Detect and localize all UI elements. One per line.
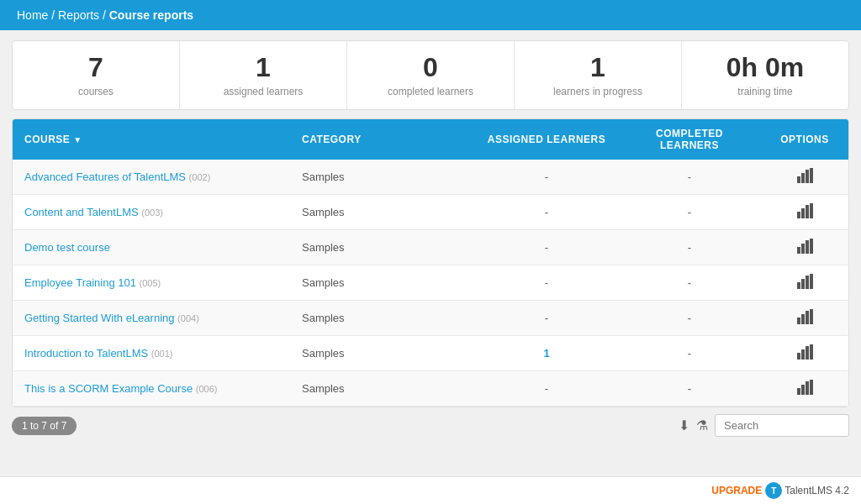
- stat-completed: 0 completed learners: [347, 41, 515, 109]
- course-category: Samples: [290, 197, 475, 227]
- stat-courses: 7 courses: [13, 41, 180, 109]
- table-row: Advanced Features of TalentLMS (002) Sam…: [13, 160, 848, 195]
- options-icon[interactable]: [761, 265, 848, 300]
- assigned-count: 1: [475, 339, 618, 368]
- stat-in-progress: 1 learners in progress: [515, 41, 682, 109]
- column-header-assigned[interactable]: ASSIGNED LEARNERS: [475, 125, 618, 154]
- options-icon[interactable]: [761, 371, 848, 406]
- table-row: Content and TalentLMS (003) Samples - -: [13, 195, 848, 230]
- bottom-bar: UPGRADE T TalentLMS 4.2: [0, 476, 861, 504]
- column-header-course[interactable]: COURSE ▼: [13, 125, 290, 154]
- logo-icon: T: [765, 482, 782, 499]
- stat-in-progress-label: learners in progress: [523, 86, 673, 97]
- course-category: Samples: [290, 233, 475, 262]
- courses-table: COURSE ▼ CATEGORY ASSIGNED LEARNERS COMP…: [12, 118, 849, 407]
- breadcrumb-sep1: /: [51, 8, 58, 22]
- assigned-count: -: [475, 162, 618, 192]
- search-input[interactable]: [715, 414, 849, 437]
- table-footer: 1 to 7 of 7 ⬇ ⚗: [12, 414, 849, 437]
- assigned-count: -: [475, 268, 618, 297]
- completed-count: -: [618, 197, 761, 227]
- breadcrumb-reports[interactable]: Reports: [58, 8, 99, 22]
- course-name: Advanced Features of TalentLMS (002): [13, 162, 290, 192]
- course-name: Employee Training 101 (005): [13, 268, 290, 297]
- column-header-options[interactable]: OPTIONS: [761, 125, 848, 154]
- footer-actions: ⬇ ⚗: [679, 414, 849, 437]
- breadcrumb-sep2: /: [103, 8, 109, 22]
- app-logo: T TalentLMS 4.2: [765, 482, 849, 499]
- options-icon[interactable]: [761, 160, 848, 194]
- options-icon[interactable]: [761, 301, 848, 335]
- completed-count: -: [618, 374, 761, 403]
- assigned-count: -: [475, 303, 618, 333]
- options-icon[interactable]: [761, 230, 848, 265]
- table-row: This is a SCORM Example Course (006) Sam…: [13, 371, 848, 407]
- app-name: TalentLMS 4.2: [784, 485, 849, 496]
- chart-bar-icon[interactable]: [797, 309, 813, 324]
- course-name: Demo test course: [13, 233, 290, 262]
- export-icon[interactable]: ⬇: [679, 417, 689, 433]
- table-header: COURSE ▼ CATEGORY ASSIGNED LEARNERS COMP…: [13, 119, 848, 160]
- breadcrumb-current: Course reports: [109, 8, 193, 22]
- completed-count: -: [618, 162, 761, 192]
- stat-training-time: 0h 0m training time: [682, 41, 848, 109]
- stat-training-time-label: training time: [690, 86, 840, 97]
- stat-assigned: 1 assigned learners: [180, 41, 347, 109]
- completed-count: -: [618, 233, 761, 262]
- course-category: Samples: [290, 303, 475, 333]
- completed-count: -: [618, 303, 761, 333]
- course-category: Samples: [290, 339, 475, 368]
- table-row: Introduction to TalentLMS (001) Samples …: [13, 336, 848, 371]
- chart-bar-icon[interactable]: [797, 380, 813, 395]
- course-name: Content and TalentLMS (003): [13, 197, 290, 227]
- table-row: Getting Started With eLearning (004) Sam…: [13, 301, 848, 336]
- options-icon[interactable]: [761, 195, 848, 229]
- course-category: Samples: [290, 268, 475, 297]
- course-column-label: COURSE: [24, 134, 70, 145]
- assigned-link[interactable]: 1: [543, 347, 549, 360]
- table-row: Employee Training 101 (005) Samples - -: [13, 265, 848, 301]
- chart-bar-icon[interactable]: [797, 344, 813, 360]
- stat-completed-label: completed learners: [356, 86, 505, 97]
- chart-bar-icon[interactable]: [797, 274, 813, 289]
- completed-count: -: [618, 268, 761, 297]
- assigned-count: -: [475, 197, 618, 227]
- chart-bar-icon[interactable]: [797, 168, 813, 183]
- stat-courses-label: courses: [21, 86, 171, 97]
- stat-assigned-number: 1: [188, 53, 338, 82]
- course-category: Samples: [290, 374, 475, 403]
- stat-in-progress-number: 1: [523, 53, 673, 82]
- column-header-category[interactable]: CATEGORY: [290, 125, 475, 154]
- chart-bar-icon[interactable]: [797, 203, 813, 218]
- stats-bar: 7 courses 1 assigned learners 0 complete…: [12, 40, 849, 110]
- column-header-completed[interactable]: COMPLETED LEARNERS: [618, 119, 761, 160]
- course-category: Samples: [290, 162, 475, 192]
- stat-completed-number: 0: [356, 53, 505, 82]
- options-icon[interactable]: [761, 336, 848, 370]
- assigned-count: -: [475, 374, 618, 403]
- assigned-count: -: [475, 233, 618, 262]
- completed-count: -: [618, 339, 761, 368]
- chart-bar-icon[interactable]: [797, 239, 813, 254]
- breadcrumb-home[interactable]: Home: [17, 8, 48, 22]
- upgrade-button[interactable]: UPGRADE: [711, 485, 762, 496]
- course-name: Getting Started With eLearning (004): [13, 303, 290, 333]
- stat-courses-number: 7: [21, 53, 171, 82]
- filter-icon[interactable]: ⚗: [696, 417, 708, 433]
- stat-training-time-number: 0h 0m: [690, 53, 840, 82]
- pagination-info: 1 to 7 of 7: [12, 417, 77, 435]
- sort-icon: ▼: [73, 135, 82, 144]
- breadcrumb: Home / Reports / Course reports: [17, 8, 193, 22]
- table-row: Demo test course Samples - -: [13, 230, 848, 265]
- course-name: Introduction to TalentLMS (001): [13, 339, 290, 368]
- page-header: Home / Reports / Course reports: [0, 0, 861, 30]
- course-name: This is a SCORM Example Course (006): [13, 374, 290, 403]
- stat-assigned-label: assigned learners: [188, 86, 338, 97]
